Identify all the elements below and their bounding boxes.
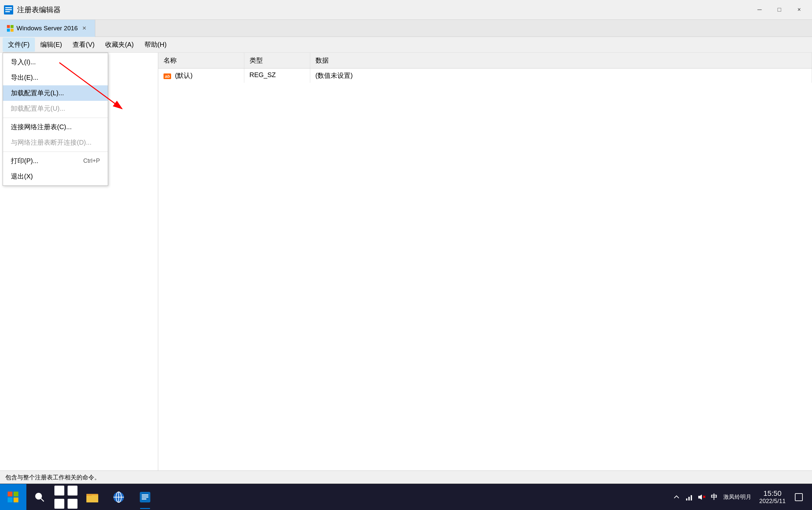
- menu-exit[interactable]: 退出(X): [3, 169, 108, 184]
- svg-rect-30: [142, 499, 146, 500]
- pinned-apps: [79, 484, 158, 510]
- column-header-data: 数据: [310, 53, 812, 68]
- network-icon[interactable]: [685, 492, 694, 502]
- registry-button[interactable]: [132, 484, 158, 510]
- svg-rect-19: [67, 499, 78, 509]
- volume-icon[interactable]: [697, 492, 706, 502]
- svg-rect-31: [686, 499, 687, 501]
- svg-rect-13: [13, 498, 19, 503]
- task-view-button[interactable]: [53, 484, 79, 510]
- separator-1: [3, 118, 108, 118]
- svg-marker-34: [698, 494, 702, 500]
- file-explorer-button[interactable]: [79, 484, 106, 510]
- tab-label: Windows Server 2016: [17, 25, 78, 32]
- separator-2: [3, 152, 108, 152]
- svg-rect-22: [86, 494, 92, 496]
- svg-rect-2: [5, 9, 12, 10]
- registry-table: 名称 类型 数据 ab (默认) REG_SZ (数值未设置): [158, 53, 812, 83]
- menu-import[interactable]: 导入(I)...: [3, 54, 108, 70]
- menu-unload-hive: 卸载配置单元(U)...: [3, 101, 108, 116]
- menu-view[interactable]: 查看(V): [67, 37, 100, 52]
- svg-rect-1: [5, 7, 12, 8]
- search-button[interactable]: [26, 484, 53, 510]
- menu-file[interactable]: 文件(F): [3, 37, 35, 52]
- svg-rect-3: [5, 11, 10, 12]
- menu-load-hive[interactable]: 加载配置单元(L)...: [3, 85, 108, 101]
- svg-rect-12: [7, 498, 12, 503]
- svg-rect-11: [13, 491, 19, 497]
- menu-connect-network[interactable]: 连接网络注册表(C)...: [3, 119, 108, 135]
- menu-export[interactable]: 导出(E)...: [3, 70, 108, 85]
- column-header-type: 类型: [244, 53, 310, 68]
- tab-windows-server[interactable]: Windows Server 2016 ✕: [0, 20, 95, 37]
- menu-bar: 文件(F) 编辑(E) 查看(V) 收藏夹(A) 帮助(H): [0, 37, 812, 53]
- notification-label: 激凤铃明月: [723, 493, 751, 501]
- svg-line-15: [41, 499, 44, 502]
- svg-rect-17: [67, 486, 78, 496]
- cell-name: ab (默认): [158, 68, 244, 83]
- registry-panel: 名称 类型 数据 ab (默认) REG_SZ (数值未设置): [158, 53, 812, 471]
- menu-help[interactable]: 帮助(H): [139, 37, 172, 52]
- svg-rect-18: [54, 499, 64, 509]
- language-label: 中: [711, 492, 717, 502]
- cell-type: REG_SZ: [244, 68, 310, 83]
- clock-time: 15:50: [759, 489, 786, 498]
- cell-data: (数值未设置): [310, 68, 812, 83]
- app-icon: [3, 5, 14, 15]
- svg-rect-29: [142, 497, 148, 498]
- svg-rect-32: [688, 497, 690, 501]
- svg-rect-10: [7, 491, 12, 497]
- cell-name-value: (默认): [175, 72, 193, 79]
- svg-rect-37: [795, 493, 803, 501]
- system-clock[interactable]: 15:50 2022/5/11: [756, 489, 789, 505]
- window-title: 注册表编辑器: [17, 5, 750, 15]
- status-bar: 包含与整个注册表工作相关的命令。: [0, 471, 812, 484]
- tab-bar: Windows Server 2016 ✕: [0, 20, 812, 37]
- start-button[interactable]: [0, 484, 26, 510]
- menu-favorites[interactable]: 收藏夹(A): [100, 37, 139, 52]
- table-row[interactable]: ab (默认) REG_SZ (数值未设置): [158, 68, 812, 83]
- close-button[interactable]: ×: [790, 3, 809, 17]
- registry-editor-window: 注册表编辑器 ─ □ × Windows Server 2016 ✕ 文件(F): [0, 0, 812, 484]
- taskbar: 中 激凤铃明月 15:50 2022/5/11: [0, 484, 812, 510]
- menu-print[interactable]: 打印(P)... Ctrl+P: [3, 153, 108, 169]
- column-header-name: 名称: [158, 53, 244, 68]
- notification-center-button[interactable]: [792, 484, 805, 510]
- language-icon[interactable]: 中: [709, 492, 719, 502]
- svg-rect-16: [54, 486, 64, 496]
- ab-icon: ab: [164, 73, 171, 79]
- svg-rect-4: [7, 25, 10, 28]
- menu-disconnect-network: 与网络注册表断开连接(D)...: [3, 135, 108, 150]
- svg-point-14: [36, 493, 41, 499]
- clock-date: 2022/5/11: [759, 498, 786, 505]
- tab-close-icon[interactable]: ✕: [81, 24, 88, 32]
- system-tray: 中 激凤铃明月 15:50 2022/5/11: [672, 484, 812, 510]
- content-area: 名称 类型 数据 ab (默认) REG_SZ (数值未设置): [0, 53, 812, 471]
- maximize-button[interactable]: □: [770, 3, 789, 17]
- minimize-button[interactable]: ─: [750, 3, 769, 17]
- tray-overflow-button[interactable]: [672, 492, 681, 502]
- window-controls: ─ □ ×: [750, 3, 809, 17]
- svg-rect-6: [7, 29, 10, 32]
- status-text: 包含与整个注册表工作相关的命令。: [5, 474, 100, 481]
- svg-rect-21: [86, 495, 98, 503]
- svg-rect-7: [10, 29, 13, 32]
- ie-button[interactable]: [106, 484, 132, 510]
- menu-edit[interactable]: 编辑(E): [35, 37, 67, 52]
- title-bar: 注册表编辑器 ─ □ ×: [0, 0, 812, 20]
- tab-icon: [7, 25, 14, 32]
- print-shortcut: Ctrl+P: [83, 157, 100, 164]
- notification-text: 激凤铃明月: [722, 492, 753, 502]
- svg-rect-33: [691, 495, 692, 501]
- file-dropdown-menu: 导入(I)... 导出(E)... 加载配置单元(L)... 卸载配置单元(U)…: [3, 53, 108, 186]
- svg-rect-5: [10, 25, 13, 28]
- svg-rect-28: [142, 494, 148, 496]
